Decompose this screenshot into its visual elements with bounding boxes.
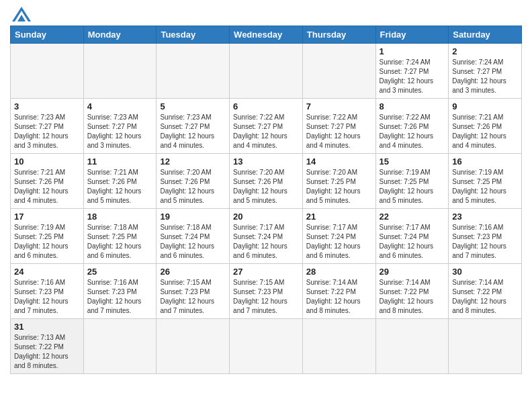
day-number: 18 bbox=[87, 212, 153, 222]
day-info: Sunrise: 7:17 AM Sunset: 7:24 PM Dayligh… bbox=[306, 223, 372, 261]
weekday-header-friday: Friday bbox=[375, 26, 449, 44]
calendar-cell: 15Sunrise: 7:19 AM Sunset: 7:25 PM Dayli… bbox=[375, 154, 449, 209]
calendar-cell bbox=[157, 319, 230, 374]
weekday-header-wednesday: Wednesday bbox=[230, 26, 303, 44]
day-number: 11 bbox=[87, 156, 153, 167]
logo-icon bbox=[12, 7, 31, 21]
calendar-cell: 9Sunrise: 7:21 AM Sunset: 7:26 PM Daylig… bbox=[449, 99, 522, 154]
calendar-cell: 27Sunrise: 7:15 AM Sunset: 7:23 PM Dayli… bbox=[230, 264, 303, 319]
day-info: Sunrise: 7:14 AM Sunset: 7:22 PM Dayligh… bbox=[380, 278, 445, 316]
day-info: Sunrise: 7:21 AM Sunset: 7:26 PM Dayligh… bbox=[452, 113, 518, 150]
day-info: Sunrise: 7:21 AM Sunset: 7:26 PM Dayligh… bbox=[14, 168, 80, 205]
calendar-week-row-2: 10Sunrise: 7:21 AM Sunset: 7:26 PM Dayli… bbox=[11, 154, 522, 209]
calendar-cell: 17Sunrise: 7:19 AM Sunset: 7:25 PM Dayli… bbox=[11, 209, 84, 264]
day-info: Sunrise: 7:18 AM Sunset: 7:24 PM Dayligh… bbox=[160, 223, 226, 261]
day-number: 2 bbox=[452, 46, 518, 56]
calendar-cell: 24Sunrise: 7:16 AM Sunset: 7:23 PM Dayli… bbox=[11, 264, 84, 319]
calendar-cell: 2Sunrise: 7:24 AM Sunset: 7:27 PM Daylig… bbox=[449, 44, 522, 99]
calendar-cell: 8Sunrise: 7:22 AM Sunset: 7:26 PM Daylig… bbox=[375, 99, 449, 154]
day-number: 8 bbox=[380, 101, 445, 111]
day-info: Sunrise: 7:13 AM Sunset: 7:22 PM Dayligh… bbox=[14, 333, 80, 371]
day-number: 15 bbox=[380, 156, 445, 167]
day-number: 28 bbox=[306, 267, 372, 277]
calendar-cell bbox=[83, 44, 157, 99]
calendar-week-row-1: 3Sunrise: 7:23 AM Sunset: 7:27 PM Daylig… bbox=[11, 99, 522, 154]
calendar-cell bbox=[302, 44, 375, 99]
day-info: Sunrise: 7:16 AM Sunset: 7:23 PM Dayligh… bbox=[87, 278, 153, 316]
day-info: Sunrise: 7:23 AM Sunset: 7:27 PM Dayligh… bbox=[160, 113, 226, 150]
calendar-cell bbox=[230, 44, 303, 99]
calendar-cell: 16Sunrise: 7:19 AM Sunset: 7:25 PM Dayli… bbox=[449, 154, 522, 209]
day-info: Sunrise: 7:17 AM Sunset: 7:24 PM Dayligh… bbox=[233, 223, 299, 261]
calendar-cell: 29Sunrise: 7:14 AM Sunset: 7:22 PM Dayli… bbox=[375, 264, 449, 319]
day-info: Sunrise: 7:19 AM Sunset: 7:25 PM Dayligh… bbox=[380, 168, 445, 205]
calendar-cell: 13Sunrise: 7:20 AM Sunset: 7:26 PM Dayli… bbox=[230, 154, 303, 209]
day-number: 31 bbox=[14, 322, 80, 332]
calendar-week-row-3: 17Sunrise: 7:19 AM Sunset: 7:25 PM Dayli… bbox=[11, 209, 522, 264]
calendar-cell: 10Sunrise: 7:21 AM Sunset: 7:26 PM Dayli… bbox=[11, 154, 84, 209]
day-number: 14 bbox=[306, 156, 372, 167]
day-info: Sunrise: 7:15 AM Sunset: 7:23 PM Dayligh… bbox=[233, 278, 299, 316]
calendar-cell: 26Sunrise: 7:15 AM Sunset: 7:23 PM Dayli… bbox=[157, 264, 230, 319]
day-number: 5 bbox=[160, 101, 226, 111]
day-number: 26 bbox=[160, 267, 226, 277]
day-info: Sunrise: 7:14 AM Sunset: 7:22 PM Dayligh… bbox=[306, 278, 372, 316]
day-number: 29 bbox=[380, 267, 445, 277]
header bbox=[10, 7, 522, 21]
day-info: Sunrise: 7:22 AM Sunset: 7:27 PM Dayligh… bbox=[233, 113, 299, 150]
calendar-cell: 3Sunrise: 7:23 AM Sunset: 7:27 PM Daylig… bbox=[11, 99, 84, 154]
day-number: 1 bbox=[380, 46, 445, 56]
calendar-cell bbox=[83, 319, 157, 374]
logo-area bbox=[10, 7, 31, 21]
calendar-cell: 5Sunrise: 7:23 AM Sunset: 7:27 PM Daylig… bbox=[157, 99, 230, 154]
day-info: Sunrise: 7:23 AM Sunset: 7:27 PM Dayligh… bbox=[14, 113, 80, 150]
calendar-cell: 21Sunrise: 7:17 AM Sunset: 7:24 PM Dayli… bbox=[302, 209, 375, 264]
day-info: Sunrise: 7:22 AM Sunset: 7:27 PM Dayligh… bbox=[306, 113, 372, 150]
day-info: Sunrise: 7:22 AM Sunset: 7:26 PM Dayligh… bbox=[380, 113, 445, 150]
day-number: 27 bbox=[233, 267, 299, 277]
day-number: 3 bbox=[14, 101, 80, 111]
calendar-cell bbox=[449, 319, 522, 374]
day-number: 17 bbox=[14, 212, 80, 222]
day-number: 13 bbox=[233, 156, 299, 167]
calendar-week-row-5: 31Sunrise: 7:13 AM Sunset: 7:22 PM Dayli… bbox=[11, 319, 522, 374]
day-info: Sunrise: 7:14 AM Sunset: 7:22 PM Dayligh… bbox=[452, 278, 518, 316]
day-number: 16 bbox=[452, 156, 518, 167]
day-number: 22 bbox=[380, 212, 445, 222]
calendar-cell: 22Sunrise: 7:17 AM Sunset: 7:24 PM Dayli… bbox=[375, 209, 449, 264]
day-info: Sunrise: 7:17 AM Sunset: 7:24 PM Dayligh… bbox=[380, 223, 445, 261]
calendar-cell bbox=[230, 319, 303, 374]
day-number: 30 bbox=[452, 267, 518, 277]
day-info: Sunrise: 7:24 AM Sunset: 7:27 PM Dayligh… bbox=[380, 58, 445, 95]
calendar-table: SundayMondayTuesdayWednesdayThursdayFrid… bbox=[10, 26, 522, 374]
day-number: 24 bbox=[14, 267, 80, 277]
calendar-cell: 23Sunrise: 7:16 AM Sunset: 7:23 PM Dayli… bbox=[449, 209, 522, 264]
calendar-cell: 18Sunrise: 7:18 AM Sunset: 7:25 PM Dayli… bbox=[83, 209, 157, 264]
weekday-header-tuesday: Tuesday bbox=[157, 26, 230, 44]
day-info: Sunrise: 7:21 AM Sunset: 7:26 PM Dayligh… bbox=[87, 168, 153, 205]
weekday-header-monday: Monday bbox=[83, 26, 157, 44]
calendar-cell bbox=[375, 319, 449, 374]
day-info: Sunrise: 7:16 AM Sunset: 7:23 PM Dayligh… bbox=[14, 278, 80, 316]
calendar-cell: 11Sunrise: 7:21 AM Sunset: 7:26 PM Dayli… bbox=[83, 154, 157, 209]
day-info: Sunrise: 7:16 AM Sunset: 7:23 PM Dayligh… bbox=[452, 223, 518, 261]
day-info: Sunrise: 7:19 AM Sunset: 7:25 PM Dayligh… bbox=[452, 168, 518, 205]
day-number: 19 bbox=[160, 212, 226, 222]
weekday-header-sunday: Sunday bbox=[11, 26, 84, 44]
calendar-cell: 7Sunrise: 7:22 AM Sunset: 7:27 PM Daylig… bbox=[302, 99, 375, 154]
day-info: Sunrise: 7:20 AM Sunset: 7:26 PM Dayligh… bbox=[160, 168, 226, 205]
calendar-cell: 25Sunrise: 7:16 AM Sunset: 7:23 PM Dayli… bbox=[83, 264, 157, 319]
calendar-week-row-0: 1Sunrise: 7:24 AM Sunset: 7:27 PM Daylig… bbox=[11, 44, 522, 99]
day-number: 25 bbox=[87, 267, 153, 277]
weekday-header-saturday: Saturday bbox=[449, 26, 522, 44]
day-info: Sunrise: 7:23 AM Sunset: 7:27 PM Dayligh… bbox=[87, 113, 153, 150]
calendar-cell bbox=[157, 44, 230, 99]
calendar-cell bbox=[302, 319, 375, 374]
calendar-cell: 6Sunrise: 7:22 AM Sunset: 7:27 PM Daylig… bbox=[230, 99, 303, 154]
day-number: 21 bbox=[306, 212, 372, 222]
calendar-cell: 20Sunrise: 7:17 AM Sunset: 7:24 PM Dayli… bbox=[230, 209, 303, 264]
weekday-header-row: SundayMondayTuesdayWednesdayThursdayFrid… bbox=[11, 26, 522, 44]
calendar-cell: 30Sunrise: 7:14 AM Sunset: 7:22 PM Dayli… bbox=[449, 264, 522, 319]
calendar-cell: 28Sunrise: 7:14 AM Sunset: 7:22 PM Dayli… bbox=[302, 264, 375, 319]
calendar-cell bbox=[11, 44, 84, 99]
